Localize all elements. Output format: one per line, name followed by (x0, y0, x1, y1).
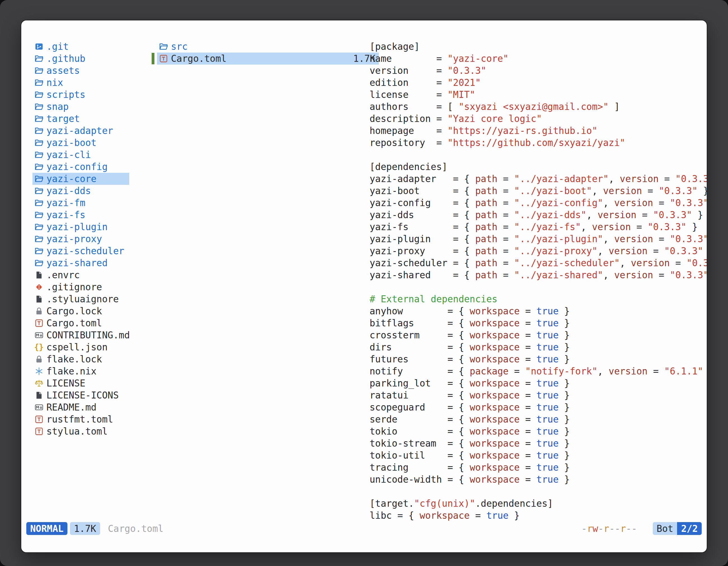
preview-line: scopeguard = { workspace = true } (370, 401, 707, 413)
file-row[interactable]: CONTRIBUTING.md (32, 329, 129, 341)
file-row[interactable]: LICENSE-ICONS (32, 389, 129, 401)
preview-line: serde = { workspace = true } (370, 413, 707, 425)
preview-line: futures = { workspace = true } (370, 353, 707, 365)
file-preview-pane[interactable]: [package]name = "yazi-core"version = "0.… (370, 41, 707, 522)
file-row[interactable]: flake.nix (32, 365, 129, 377)
preview-line: yazi-proxy = { path = "../yazi-proxy", v… (370, 245, 707, 257)
preview-line: dirs = { workspace = true } (370, 341, 707, 353)
folder-icon (34, 211, 44, 219)
preview-line: authors = [ "sxyazi <sxyazi@gmail.com>" … (370, 101, 707, 113)
file-row[interactable]: rustfmt.toml (32, 413, 129, 425)
file-name: yazi-cli (46, 149, 91, 160)
parent-directory-pane: .git.githubassetsnixscriptssnaptargetyaz… (32, 41, 129, 437)
file-name: flake.lock (46, 354, 102, 365)
folder-icon (34, 163, 44, 171)
file-row[interactable]: LICENSE (32, 377, 129, 389)
preview-line: yazi-shared = { path = "../yazi-shared",… (370, 269, 707, 281)
file-row[interactable]: .envrc (32, 269, 129, 281)
file-row[interactable]: yazi-proxy (32, 233, 129, 245)
file-name: yazi-fm (46, 198, 85, 208)
file-row[interactable]: yazi-config (32, 161, 129, 173)
nix-snowflake-icon (34, 367, 44, 375)
preview-line: [dependencies] (370, 161, 707, 173)
file-icon (34, 391, 44, 400)
preview-line: repository = "https://github.com/sxyazi/… (370, 137, 707, 149)
file-name: yazi-plugin (46, 222, 108, 233)
preview-line: notify = { package = "notify-fork", vers… (370, 365, 707, 377)
file-name: src (171, 41, 188, 52)
preview-line: yazi-fs = { path = "../yazi-fs", version… (370, 221, 707, 233)
file-row[interactable]: {}cspell.json (32, 341, 129, 353)
file-permissions: -rw-r--r-- (581, 523, 637, 534)
folder-icon (34, 223, 44, 231)
preview-line: ratatui = { workspace = true } (370, 389, 707, 401)
file-name: snap (46, 101, 69, 112)
preview-line: # External dependencies (370, 293, 707, 305)
file-row[interactable]: Cargo.toml1.7K (157, 53, 379, 65)
preview-line: yazi-boot = { path = "../yazi-boot", ver… (370, 185, 707, 197)
file-row[interactable]: yazi-fs (32, 209, 129, 221)
preview-line: tokio-util = { workspace = true } (370, 449, 707, 461)
file-row[interactable]: yazi-scheduler (32, 245, 129, 257)
file-row[interactable]: .styluaignore (32, 293, 129, 305)
file-row[interactable]: yazi-fm (32, 197, 129, 209)
file-row[interactable]: flake.lock (32, 353, 129, 365)
folder-icon (34, 102, 44, 111)
file-row[interactable]: .git (32, 41, 129, 53)
file-row[interactable]: yazi-dds (32, 185, 129, 197)
preview-line: description = "Yazi core logic" (370, 113, 707, 125)
file-row[interactable]: assets (32, 65, 129, 77)
file-row[interactable]: Cargo.lock (32, 305, 129, 317)
preview-line: unicode-width = { workspace = true } (370, 473, 707, 485)
mode-indicator-badge: NORMAL (26, 522, 67, 535)
file-row[interactable]: nix (32, 77, 129, 89)
folder-icon (34, 175, 44, 183)
preview-line: [package] (370, 41, 707, 53)
folder-icon (34, 139, 44, 147)
scroll-position-badge: Bot (653, 522, 677, 535)
file-row[interactable]: stylua.toml (32, 425, 129, 437)
file-row[interactable]: snap (32, 101, 129, 113)
file-row[interactable]: scripts (32, 89, 129, 101)
file-name: Cargo.lock (46, 305, 102, 316)
file-row[interactable]: yazi-cli (32, 149, 129, 161)
file-row[interactable]: .gitignore (32, 281, 129, 293)
file-row[interactable]: Cargo.toml (32, 317, 129, 329)
file-row[interactable]: yazi-boot (32, 137, 129, 149)
preview-line: parking_lot = { workspace = true } (370, 377, 707, 389)
folder-icon (34, 151, 44, 159)
file-name: rustfmt.toml (46, 414, 113, 425)
file-row[interactable]: target (32, 113, 129, 125)
file-name: yazi-scheduler (46, 246, 124, 257)
preview-line: yazi-adapter = { path = "../yazi-adapter… (370, 173, 707, 185)
file-name: target (46, 113, 80, 124)
json-braces-icon: {} (34, 343, 44, 351)
folder-icon (34, 187, 44, 195)
file-name: assets (46, 65, 80, 76)
preview-line: [target."cfg(unix)".dependencies] (370, 497, 707, 509)
file-name: cspell.json (46, 342, 108, 353)
toml-icon (158, 54, 169, 63)
file-row[interactable]: yazi-adapter (32, 125, 129, 137)
file-row[interactable]: yazi-plugin (32, 221, 129, 233)
file-row[interactable]: yazi-core (32, 173, 129, 185)
file-name: yazi-core (46, 173, 97, 184)
preview-line (370, 485, 707, 497)
file-name: scripts (46, 89, 85, 100)
file-name: yazi-shared (46, 258, 108, 269)
file-name: flake.nix (46, 366, 97, 377)
file-row[interactable]: yazi-shared (32, 257, 129, 269)
preview-line: yazi-config = { path = "../yazi-config",… (370, 197, 707, 209)
file-row[interactable]: README.md (32, 401, 129, 413)
cursor-counter-badge: 2/2 (677, 522, 702, 535)
preview-line: edition = "2021" (370, 77, 707, 89)
file-row[interactable]: .github (32, 53, 129, 65)
file-row[interactable]: src (157, 41, 379, 53)
file-icon (34, 295, 44, 303)
file-name: LICENSE-ICONS (46, 390, 119, 401)
preview-line: name = "yazi-core" (370, 53, 707, 65)
status-filename: Cargo.toml (108, 523, 164, 534)
desktop-background: .git.githubassetsnixscriptssnaptargetyaz… (0, 0, 728, 566)
folder-icon (34, 126, 44, 135)
status-bar: NORMAL 1.7K Cargo.toml -rw-r--r-- Bot 2/… (26, 522, 702, 535)
